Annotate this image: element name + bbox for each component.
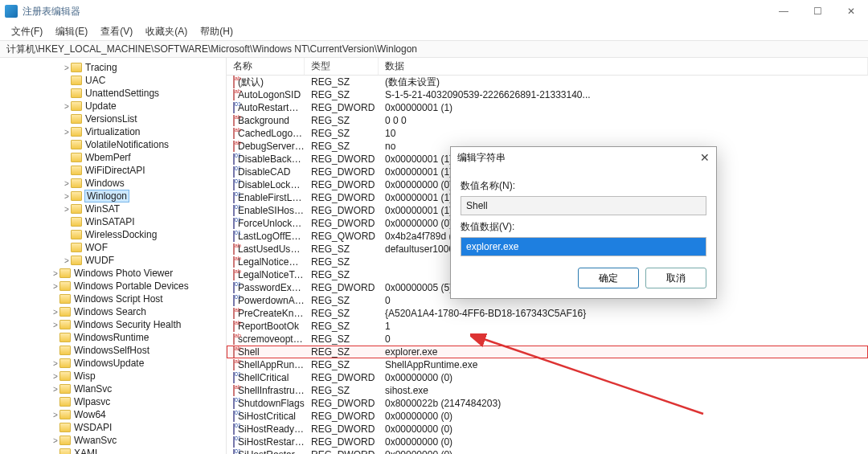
cancel-button[interactable]: 取消 bbox=[645, 268, 706, 288]
tree-item[interactable]: >Wisp bbox=[0, 370, 226, 382]
tree-item[interactable]: >Windows Photo Viewer bbox=[0, 267, 226, 280]
chevron-icon[interactable]: > bbox=[51, 282, 59, 291]
menu-fav[interactable]: 收藏夹(A) bbox=[141, 23, 192, 40]
table-row[interactable]: scremoveoptionREG_SZ0 bbox=[227, 333, 868, 346]
table-row[interactable]: (默认)REG_SZ(数值未设置) bbox=[227, 76, 868, 88]
cell-type: REG_SZ bbox=[305, 243, 379, 255]
list-header: 名称 类型 数据 bbox=[227, 58, 868, 76]
tree-item[interactable]: >WinSAT bbox=[0, 202, 226, 215]
tree-item[interactable]: VolatileNotifications bbox=[0, 138, 226, 151]
menu-view[interactable]: 查看(V) bbox=[96, 23, 137, 40]
cell-data: 1 bbox=[379, 321, 868, 332]
tree-item[interactable]: >Winlogon bbox=[0, 190, 226, 202]
folder-icon bbox=[71, 217, 82, 227]
tree-label: WSDAPI bbox=[74, 422, 112, 433]
tree-item[interactable]: XAML bbox=[0, 447, 226, 454]
tree-item[interactable]: >WlanSvc bbox=[0, 382, 226, 395]
chevron-icon[interactable]: > bbox=[51, 359, 59, 368]
tree-label: WUDF bbox=[85, 255, 114, 266]
tree-item[interactable]: Wlpasvc bbox=[0, 395, 226, 408]
chevron-icon[interactable]: > bbox=[63, 63, 71, 72]
table-row[interactable]: AutoRestartShellREG_DWORD0x00000001 (1) bbox=[227, 101, 868, 114]
tree-item[interactable]: >Update bbox=[0, 100, 226, 112]
tree-item[interactable]: >Windows Security Health bbox=[0, 318, 226, 331]
menu-edit[interactable]: 编辑(E) bbox=[51, 23, 92, 40]
tree-item[interactable]: UAC bbox=[0, 74, 226, 87]
dialog-close-icon[interactable]: ✕ bbox=[700, 151, 710, 164]
chevron-icon[interactable]: > bbox=[51, 385, 59, 394]
tree-item[interactable]: WirelessDocking bbox=[0, 228, 226, 241]
string-icon bbox=[233, 333, 235, 345]
chevron-icon[interactable]: > bbox=[51, 269, 59, 278]
cell-type: REG_DWORD bbox=[305, 449, 379, 454]
tree-item[interactable]: WSDAPI bbox=[0, 421, 226, 434]
tree-item[interactable]: >Windows Portable Devices bbox=[0, 280, 226, 292]
table-row[interactable]: CachedLogons...REG_SZ10 bbox=[227, 127, 868, 140]
registry-tree[interactable]: >TracingUACUnattendSettings>UpdateVersio… bbox=[0, 58, 227, 454]
tree-item[interactable]: >Virtualization bbox=[0, 125, 226, 138]
table-row[interactable]: ShellCriticalREG_DWORD0x00000000 (0) bbox=[227, 371, 868, 384]
chevron-icon[interactable]: > bbox=[51, 321, 59, 329]
chevron-icon[interactable]: > bbox=[51, 411, 59, 419]
tree-label: XAML bbox=[74, 448, 100, 454]
chevron-icon[interactable]: > bbox=[63, 205, 71, 214]
cell-type: REG_SZ bbox=[305, 359, 379, 370]
table-row[interactable]: SiHostRestartC...REG_DWORD0x00000000 (0) bbox=[227, 436, 868, 448]
tree-item[interactable]: WiFiDirectAPI bbox=[0, 164, 226, 177]
chevron-icon[interactable]: > bbox=[51, 372, 59, 381]
folder-icon bbox=[59, 346, 71, 355]
tree-item[interactable]: WindowsSelfHost bbox=[0, 344, 226, 357]
tree-item[interactable]: >Tracing bbox=[0, 61, 226, 74]
menu-help[interactable]: 帮助(H) bbox=[195, 23, 238, 40]
tree-item[interactable]: >Windows Search bbox=[0, 305, 226, 318]
tree-item[interactable]: VersionsList bbox=[0, 112, 226, 125]
chevron-icon[interactable]: > bbox=[63, 102, 71, 111]
folder-icon bbox=[71, 88, 82, 98]
close-button[interactable]: ✕ bbox=[834, 0, 868, 22]
table-row[interactable]: SiHostCriticalREG_DWORD0x00000000 (0) bbox=[227, 410, 868, 423]
tree-item[interactable]: >Wow64 bbox=[0, 408, 226, 421]
ok-button[interactable]: 确定 bbox=[578, 268, 639, 288]
table-row[interactable]: PreCreateKno...REG_SZ{A520A1A4-1780-4FF6… bbox=[227, 307, 868, 320]
table-row[interactable]: AutoLogonSIDREG_SZS-1-5-21-4032090539-22… bbox=[227, 88, 868, 101]
col-name[interactable]: 名称 bbox=[227, 58, 305, 75]
table-row[interactable]: ShellAppRunti...REG_SZShellAppRuntime.ex… bbox=[227, 358, 868, 371]
table-row[interactable]: ShellInfrastruct...REG_SZsihost.exe bbox=[227, 384, 868, 397]
tree-item[interactable]: WinSATAPI bbox=[0, 215, 226, 228]
maximize-button[interactable]: ☐ bbox=[800, 0, 834, 22]
cell-name: ShellInfrastruct... bbox=[227, 385, 305, 396]
chevron-icon[interactable]: > bbox=[51, 436, 59, 445]
menu-file[interactable]: 文件(F) bbox=[6, 23, 47, 40]
table-row[interactable]: SiHostReadyTi...REG_DWORD0x00000000 (0) bbox=[227, 423, 868, 436]
chevron-icon[interactable]: > bbox=[63, 128, 71, 137]
tree-item[interactable]: WbemPerf bbox=[0, 151, 226, 164]
tree-item[interactable]: UnattendSettings bbox=[0, 87, 226, 100]
tree-item[interactable]: >WUDF bbox=[0, 254, 226, 267]
tree-item[interactable]: WOF bbox=[0, 241, 226, 254]
table-row[interactable]: ReportBootOkREG_SZ1 bbox=[227, 320, 868, 333]
cell-type: REG_DWORD bbox=[305, 436, 379, 448]
tree-item[interactable]: >Windows bbox=[0, 177, 226, 190]
tree-item[interactable]: WindowsRuntime bbox=[0, 331, 226, 344]
col-data[interactable]: 数据 bbox=[379, 58, 868, 75]
tree-item[interactable]: Windows Script Host bbox=[0, 292, 226, 305]
tree-item[interactable]: >WindowsUpdate bbox=[0, 357, 226, 370]
cell-name: ShellCritical bbox=[227, 372, 305, 383]
col-type[interactable]: 类型 bbox=[305, 58, 379, 75]
value-data-input[interactable] bbox=[461, 237, 706, 256]
chevron-icon[interactable]: > bbox=[63, 179, 71, 188]
address-bar[interactable]: 计算机\HKEY_LOCAL_MACHINE\SOFTWARE\Microsof… bbox=[0, 40, 868, 58]
table-row[interactable]: SiHostRestartT...REG_DWORD0x00000000 (0) bbox=[227, 448, 868, 454]
table-row[interactable]: BackgroundREG_SZ0 0 0 bbox=[227, 114, 868, 127]
table-row[interactable]: ShutdownFlagsREG_DWORD0x8000022b (214748… bbox=[227, 397, 868, 410]
chevron-icon[interactable]: > bbox=[51, 308, 59, 317]
minimize-button[interactable]: — bbox=[767, 0, 800, 22]
tree-item[interactable]: >WwanSvc bbox=[0, 434, 226, 447]
tree-label: Windows Script Host bbox=[74, 293, 163, 305]
table-row[interactable]: ShellREG_SZexplorer.exe bbox=[227, 346, 868, 358]
chevron-icon[interactable]: > bbox=[63, 192, 71, 201]
string-icon bbox=[233, 346, 235, 358]
tree-label: UnattendSettings bbox=[85, 88, 159, 99]
cell-type: REG_SZ bbox=[305, 141, 379, 152]
chevron-icon[interactable]: > bbox=[63, 256, 71, 265]
